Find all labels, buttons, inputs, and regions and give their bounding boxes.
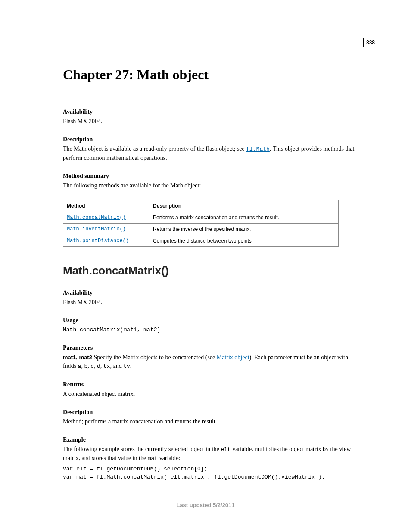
sec-description-heading: Description [63,409,360,416]
col-method: Method [63,200,149,212]
sec-parameters-text: mat1, mat2 Specify the Matrix objects to… [63,353,360,371]
table-row: Math.invertMatrix() Returns the inverse … [63,223,339,235]
sec-returns-heading: Returns [63,381,360,388]
method-link-pointdistance[interactable]: Math.pointDistance() [67,238,129,244]
fl-math-link[interactable]: fl.Math [246,146,270,152]
table-row: Math.pointDistance() Computes the distan… [63,235,339,246]
matrix-object-link[interactable]: Matrix object [217,354,249,361]
sec-usage-heading: Usage [63,317,360,324]
col-description: Description [149,200,339,212]
description-heading: Description [63,136,360,143]
section-title: Math.concatMatrix() [63,264,360,277]
sec-usage-code: Math.concatMatrix(mat1, mat2) [63,326,360,334]
param-name: mat1, mat2 [63,354,92,361]
chapter-title: Chapter 27: Math object [63,67,360,83]
availability-text: Flash MX 2004. [63,117,360,126]
method-link-invertmatrix[interactable]: Math.invertMatrix() [67,226,126,232]
example-var-elt: elt [221,446,230,453]
table-row: Math.concatMatrix() Performs a matrix co… [63,212,339,223]
example-pre: The following example stores the current… [63,446,221,452]
field-b: b [84,363,87,370]
sec-availability-heading: Availability [63,289,360,296]
example-var-mat: mat [148,455,158,462]
sec-example-heading: Example [63,436,360,443]
table-header-row: Method Description [63,200,339,212]
field-ty: ty [123,363,130,370]
method-desc: Computes the distance between two points… [149,235,339,246]
method-summary-text: The following methods are available for … [63,181,360,190]
param-end: . [130,363,132,369]
method-desc: Performs a matrix concatenation and retu… [149,212,339,223]
page-content: Chapter 27: Math object Availability Fla… [63,67,360,482]
sec-example-code: var elt = fl.getDocumentDOM().selection[… [63,465,360,482]
page-number: 338 [363,38,375,47]
description-text: The Math object is available as a read-o… [63,145,360,162]
example-post: variable: [158,455,180,461]
method-link-concatmatrix[interactable]: Math.concatMatrix() [67,215,126,221]
field-tx: tx [103,363,110,370]
availability-heading: Availability [63,109,360,115]
sec-description-text: Method; performs a matrix concatenation … [63,417,360,426]
method-desc: Returns the inverse of the specified mat… [149,223,339,235]
field-a: a [78,363,81,370]
sec-availability-text: Flash MX 2004. [63,298,360,307]
method-summary-table: Method Description Math.concatMatrix() P… [63,200,339,247]
field-c: c [90,363,94,370]
param-pre: Specify the Matrix objects to be concate… [92,354,217,361]
description-pre: The Math object is available as a read-o… [63,146,246,152]
sec-returns-text: A concatenated object matrix. [63,390,360,398]
sec-example-text: The following example stores the current… [63,445,360,463]
method-summary-heading: Method summary [63,173,360,180]
sec-parameters-heading: Parameters [63,345,360,352]
page-footer: Last updated 5/2/2011 [0,502,411,508]
param-and: , and [110,363,123,369]
field-d: d [97,363,100,370]
